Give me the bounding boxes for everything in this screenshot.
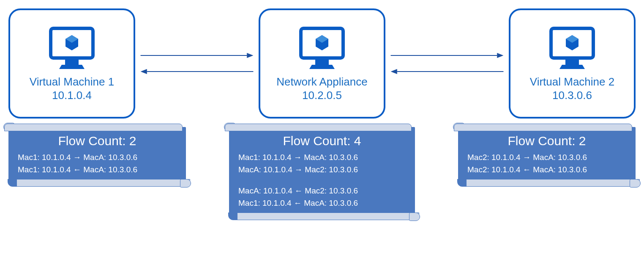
column-vm1: Virtual Machine 1 10.1.0.4	[8, 8, 135, 119]
node-vm2: Virtual Machine 2 10.3.0.6	[509, 8, 636, 119]
node-ip: 10.3.0.6	[552, 89, 592, 102]
node-title: Network Appliance	[276, 75, 367, 89]
vm-icon	[547, 25, 598, 72]
flow-line: Mac2: 10.1.0.4 ← MacA: 10.3.0.6	[467, 164, 626, 176]
flow-line: Mac1: 10.1.0.4 ← MacA: 10.3.0.6	[18, 164, 177, 176]
scroll-curl-icon	[630, 179, 641, 188]
flow-line: Mac1: 10.1.0.4 → MacA: 10.3.0.6	[18, 152, 177, 164]
arrow-left-icon	[139, 67, 254, 76]
column-appliance: Network Appliance 10.2.0.5	[259, 8, 385, 119]
node-title: Virtual Machine 1	[30, 75, 114, 89]
arrow-left-icon	[390, 67, 505, 76]
flow-scroll-vm1: Flow Count: 2 Mac1: 10.1.0.4 → MacA: 10.…	[8, 127, 186, 183]
node-appliance: Network Appliance 10.2.0.5	[259, 8, 385, 119]
flow-scroll-vm2: Flow Count: 2 Mac2: 10.1.0.4 → MacA: 10.…	[458, 127, 636, 183]
flow-lines: Mac1: 10.1.0.4 → MacA: 10.3.0.6Mac1: 10.…	[18, 152, 177, 176]
flow-count-title: Flow Count: 4	[238, 134, 406, 148]
flow-lines: Mac1: 10.1.0.4 → MacA: 10.3.0.6MacA: 10.…	[238, 152, 406, 209]
scroll-body: Flow Count: 4 Mac1: 10.1.0.4 → MacA: 10.…	[229, 127, 415, 217]
bottom-row: Flow Count: 2 Mac1: 10.1.0.4 → MacA: 10.…	[8, 127, 636, 217]
arrow-right-icon	[390, 51, 505, 60]
node-ip: 10.1.0.4	[52, 89, 92, 102]
flow-line: Mac1: 10.1.0.4 → MacA: 10.3.0.6	[238, 152, 406, 164]
node-ip: 10.2.0.5	[302, 89, 342, 102]
flow-count-title: Flow Count: 2	[467, 134, 626, 148]
scroll-curl-icon	[180, 179, 191, 188]
arrows-vm1-appliance	[139, 51, 254, 76]
scroll-body: Flow Count: 2 Mac1: 10.1.0.4 → MacA: 10.…	[8, 127, 186, 183]
flow-line: Mac2: 10.1.0.4 → MacA: 10.3.0.6	[467, 152, 626, 164]
arrows-appliance-vm2	[390, 51, 505, 76]
scroll-curl-icon	[409, 213, 420, 221]
scroll-curl-icon	[228, 213, 237, 220]
flow-line: Mac1: 10.1.0.4 ← MacA: 10.3.0.6	[238, 197, 406, 210]
node-title: Virtual Machine 2	[530, 75, 614, 89]
column-vm2: Virtual Machine 2 10.3.0.6	[509, 8, 636, 119]
scroll-curl-icon	[8, 179, 17, 187]
flow-line: MacA: 10.1.0.4 → Mac2: 10.3.0.6	[238, 164, 406, 176]
scroll-body: Flow Count: 2 Mac2: 10.1.0.4 → MacA: 10.…	[458, 127, 636, 183]
flow-scroll-appliance: Flow Count: 4 Mac1: 10.1.0.4 → MacA: 10.…	[229, 127, 415, 217]
node-vm1: Virtual Machine 1 10.1.0.4	[8, 8, 135, 119]
flow-line: MacA: 10.1.0.4 ← Mac2: 10.3.0.6	[238, 185, 406, 197]
vm-icon	[297, 25, 347, 72]
top-row: Virtual Machine 1 10.1.0.4 Network Appli…	[8, 8, 636, 119]
scroll-curl-icon	[457, 179, 467, 187]
arrow-right-icon	[139, 51, 254, 60]
vm-icon	[46, 25, 97, 72]
flow-lines: Mac2: 10.1.0.4 → MacA: 10.3.0.6Mac2: 10.…	[467, 152, 626, 176]
flow-count-title: Flow Count: 2	[18, 134, 177, 148]
